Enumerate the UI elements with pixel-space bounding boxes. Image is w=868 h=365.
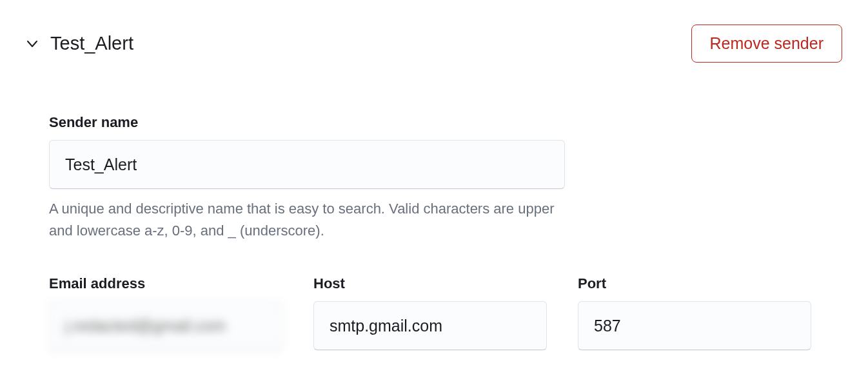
port-label: Port [578,275,811,292]
host-label: Host [313,275,547,292]
sender-header-row: Test_Alert Remove sender [26,25,842,63]
sender-form: Sender name A unique and descriptive nam… [26,114,842,350]
email-input[interactable] [49,301,282,350]
sender-name-label: Sender name [49,114,842,131]
sender-title: Test_Alert [50,33,133,54]
chevron-down-icon[interactable] [26,37,39,50]
sender-header-left[interactable]: Test_Alert [26,33,133,54]
sender-name-help: A unique and descriptive name that is ea… [49,198,558,242]
sender-name-input[interactable] [49,140,565,189]
email-label: Email address [49,275,282,292]
host-field: Host [313,275,547,350]
connection-row: Email address Host Port [49,275,842,350]
email-field: Email address [49,275,282,350]
port-input[interactable] [578,301,811,350]
host-input[interactable] [313,301,547,350]
remove-sender-button[interactable]: Remove sender [691,25,842,63]
port-field: Port [578,275,811,350]
sender-name-field: Sender name A unique and descriptive nam… [49,114,842,242]
